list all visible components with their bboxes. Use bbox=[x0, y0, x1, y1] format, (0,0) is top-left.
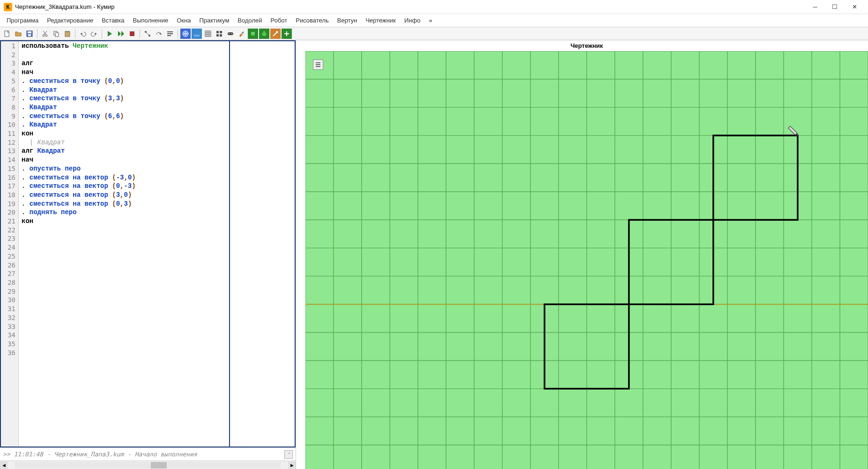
svg-rect-19 bbox=[220, 31, 222, 33]
code-line[interactable] bbox=[22, 234, 226, 243]
actor-robot-button[interactable] bbox=[248, 29, 258, 39]
editor-margin bbox=[229, 41, 295, 447]
svg-rect-15 bbox=[167, 35, 171, 36]
code-line[interactable]: нач bbox=[22, 156, 226, 164]
menu-вертун[interactable]: Вертун bbox=[334, 15, 361, 26]
code-line[interactable]: алг bbox=[22, 59, 226, 68]
menu-водолей[interactable]: Водолей bbox=[234, 15, 266, 26]
code-line[interactable]: . сместиться на вектор (-3,0) bbox=[22, 173, 226, 182]
code-line[interactable]: . сместиться в точку (6,6) bbox=[22, 112, 226, 121]
titlebar: К Чертежник_3Квадрата.kum - Кумир ─ ☐ ✕ bbox=[0, 0, 868, 14]
stop-button[interactable] bbox=[127, 29, 137, 39]
menu-»[interactable]: » bbox=[425, 15, 436, 26]
scroll-right-button[interactable]: ▶ bbox=[288, 462, 296, 469]
actor-draftsman-button[interactable] bbox=[270, 29, 281, 39]
copy-button[interactable] bbox=[51, 29, 61, 39]
canvas-pane: Чертежник bbox=[305, 40, 868, 469]
run-button[interactable] bbox=[104, 29, 115, 39]
code-line[interactable]: . сместиться на вектор (0,-3) bbox=[22, 182, 226, 191]
canvas-menu-button[interactable] bbox=[313, 60, 323, 70]
open-file-button[interactable] bbox=[13, 29, 23, 39]
menu-редактирование[interactable]: Редактирование bbox=[43, 15, 97, 26]
menu-чертежник[interactable]: Чертежник bbox=[362, 15, 400, 26]
code-line[interactable] bbox=[22, 269, 226, 278]
save-file-button[interactable] bbox=[24, 29, 35, 39]
actor-table-button[interactable] bbox=[203, 29, 213, 39]
code-line[interactable]: . Квадрат bbox=[22, 103, 226, 112]
line-number: 7 bbox=[1, 94, 18, 103]
code-line[interactable]: использовать Чертежник bbox=[22, 42, 226, 51]
menu-рисователь[interactable]: Рисователь bbox=[292, 15, 332, 26]
svg-point-23 bbox=[229, 33, 230, 34]
code-line[interactable] bbox=[22, 278, 226, 287]
code-line[interactable] bbox=[22, 261, 226, 270]
code-line[interactable] bbox=[22, 226, 226, 235]
code-line[interactable]: . сместиться на вектор (3,0) bbox=[22, 191, 226, 200]
code-editor[interactable]: использовать Чертежник алгнач. сместитьс… bbox=[19, 41, 229, 447]
actor-controller-button[interactable] bbox=[225, 29, 236, 39]
code-line[interactable] bbox=[22, 51, 226, 60]
code-line[interactable] bbox=[22, 331, 226, 340]
code-line[interactable] bbox=[22, 252, 226, 261]
menu-вставка[interactable]: Вставка bbox=[98, 15, 128, 26]
code-line[interactable] bbox=[22, 243, 226, 252]
actor-plus-button[interactable] bbox=[282, 29, 292, 39]
line-number: 15 bbox=[1, 164, 18, 173]
menu-программа[interactable]: Программа bbox=[3, 15, 42, 26]
code-line[interactable] bbox=[22, 349, 226, 357]
undo-button[interactable] bbox=[78, 29, 88, 39]
code-line[interactable] bbox=[22, 287, 226, 296]
code-line[interactable]: . опустить перо bbox=[22, 164, 226, 173]
menu-выполнение[interactable]: Выполнение bbox=[129, 15, 172, 26]
cut-button[interactable] bbox=[40, 29, 50, 39]
step-into-button[interactable] bbox=[142, 29, 153, 39]
minimize-button[interactable]: ─ bbox=[805, 0, 825, 14]
actor-turtle-button[interactable] bbox=[259, 29, 269, 39]
code-line[interactable] bbox=[22, 340, 226, 349]
menu-окна[interactable]: Окна bbox=[173, 15, 194, 26]
code-line[interactable] bbox=[22, 313, 226, 322]
code-line[interactable]: . сместиться в точку (0,0) bbox=[22, 77, 226, 86]
code-line[interactable]: алг Квадрат bbox=[22, 147, 226, 156]
code-line[interactable] bbox=[22, 305, 226, 313]
actor-paint-button[interactable] bbox=[237, 29, 247, 39]
run-step-button[interactable] bbox=[116, 29, 126, 39]
code-line[interactable]: | Квадрат bbox=[22, 138, 226, 147]
menu-инфо[interactable]: Инфо bbox=[401, 15, 424, 26]
code-line[interactable] bbox=[22, 322, 226, 331]
actor-grid-button[interactable] bbox=[214, 29, 224, 39]
line-number: 36 bbox=[1, 349, 18, 357]
window-title: Чертежник_3Квадрата.kum - Кумир bbox=[15, 3, 805, 10]
code-line[interactable]: . поднять перо bbox=[22, 208, 226, 217]
editor-pane: 1234567891011121314151617181920212223242… bbox=[0, 40, 296, 469]
maximize-button[interactable]: ☐ bbox=[825, 0, 845, 14]
line-number: 21 bbox=[1, 217, 18, 226]
to-cursor-button[interactable] bbox=[165, 29, 175, 39]
actor-globe-button[interactable] bbox=[180, 29, 191, 39]
code-line[interactable]: кон bbox=[22, 217, 226, 226]
horizontal-scrollbar[interactable]: ◀ ▶ bbox=[0, 461, 296, 469]
code-line[interactable]: . Квадрат bbox=[22, 120, 226, 129]
code-line[interactable]: . Квадрат bbox=[22, 86, 226, 95]
scroll-left-button[interactable]: ◀ bbox=[0, 462, 7, 469]
line-number: 20 bbox=[1, 208, 18, 217]
scroll-thumb[interactable] bbox=[151, 462, 167, 469]
actor-water-button[interactable] bbox=[192, 29, 202, 39]
redo-button[interactable] bbox=[89, 29, 99, 39]
line-number: 33 bbox=[1, 322, 18, 331]
paste-button[interactable] bbox=[62, 29, 73, 39]
close-button[interactable]: ✕ bbox=[845, 0, 864, 14]
code-line[interactable]: кон bbox=[22, 129, 226, 138]
code-line[interactable] bbox=[22, 296, 226, 305]
code-line[interactable]: . сместиться в точку (3,3) bbox=[22, 94, 226, 103]
new-file-button[interactable] bbox=[2, 29, 12, 39]
svg-point-28 bbox=[262, 32, 267, 36]
code-line[interactable]: . сместиться на вектор (0,3) bbox=[22, 200, 226, 208]
step-over-button[interactable] bbox=[154, 29, 164, 39]
menu-практикум[interactable]: Практикум bbox=[195, 15, 233, 26]
menu-робот[interactable]: Робот bbox=[267, 15, 291, 26]
code-line[interactable]: нач bbox=[22, 68, 226, 77]
console-expand-button[interactable]: ⌃ bbox=[284, 450, 293, 459]
toolbar-separator bbox=[178, 29, 178, 38]
drawing-canvas[interactable] bbox=[305, 51, 868, 469]
